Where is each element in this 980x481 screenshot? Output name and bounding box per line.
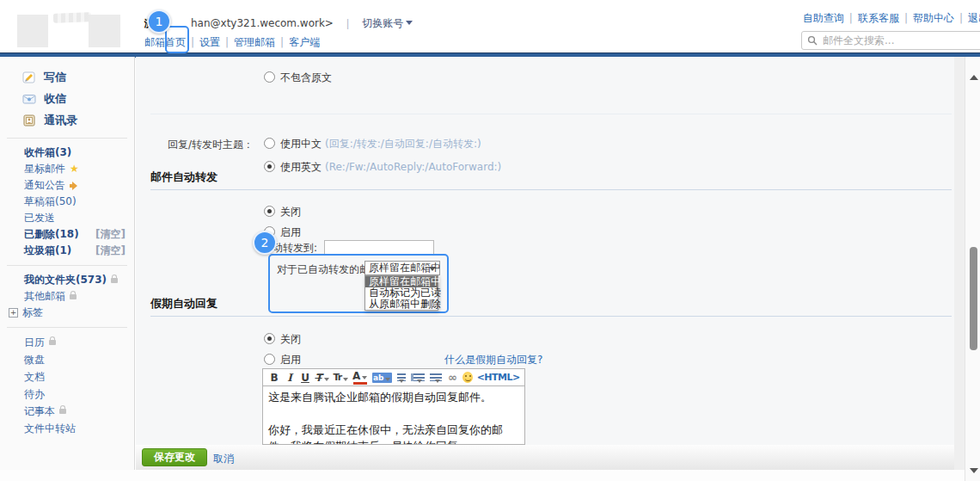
annotation-badge-2: 2 — [253, 231, 277, 255]
section-divider — [150, 114, 952, 114]
sidebar-item-spam[interactable]: 垃圾箱(1) [清空] — [0, 243, 134, 259]
emoji-icon[interactable] — [462, 372, 473, 383]
radio-checked[interactable] — [264, 206, 275, 217]
receive-button[interactable]: 收信 — [0, 89, 134, 110]
chevron-down-icon — [406, 21, 413, 28]
redacted-text — [53, 12, 91, 23]
option-hint: (回复:/转发:/自动回复:/自动转发:) — [325, 138, 481, 150]
font-size-icon[interactable]: Tr — [334, 371, 347, 384]
save-button[interactable]: 保存更改 — [142, 448, 207, 466]
switch-account-link[interactable]: 切换账号 — [362, 17, 403, 29]
sidebar-item-inbox[interactable]: 收件箱(3) — [0, 145, 134, 161]
sidebar-item-drafts[interactable]: 草稿箱(50) — [0, 194, 134, 210]
sidebar-item-calendar[interactable]: 日历 — [0, 334, 134, 351]
exclude-original-option[interactable]: 不包含原文 — [264, 71, 332, 84]
align-icon[interactable] — [397, 373, 406, 381]
search-icon — [807, 35, 818, 46]
radio-unchecked[interactable] — [264, 354, 275, 365]
forward-to-input[interactable] — [324, 240, 434, 255]
scrollbar-track[interactable] — [965, 57, 980, 481]
quick-links: 自助查询|联系客服|帮助中心|退出 — [803, 11, 980, 26]
sidebar-item-starred[interactable]: 星标邮件 ★ — [0, 161, 134, 177]
empty-spam-link[interactable]: [清空] — [95, 244, 126, 257]
cancel-button[interactable]: 取消 — [213, 452, 234, 466]
star-icon: ★ — [70, 163, 79, 176]
nav-settings[interactable]: 设置 — [199, 36, 220, 48]
radio-label: 使用中文 — [280, 138, 322, 150]
folder-label: 草稿箱(50) — [24, 195, 77, 208]
radio-unchecked[interactable] — [264, 71, 275, 83]
auto-forward-section-title: 邮件自动转发 — [150, 170, 952, 190]
contact-support-link[interactable]: 联系客服 — [858, 12, 899, 24]
autoforward-off-option[interactable]: 关闭 — [264, 205, 301, 219]
help-center-link[interactable]: 帮助中心 — [913, 12, 954, 24]
dropdown-option-delete[interactable]: 从原邮箱中删除 — [365, 299, 438, 310]
sidebar-item-sent[interactable]: 已发送 — [0, 210, 134, 226]
bold-icon[interactable]: B — [269, 371, 279, 384]
sidebar-item-tags[interactable]: + 标签 — [0, 305, 134, 321]
highlight-color-icon[interactable]: ab — [372, 373, 392, 383]
indent-icon[interactable] — [430, 373, 442, 381]
html-mode-icon[interactable]: <HTML> — [478, 371, 518, 384]
subject-chinese-option[interactable]: 使用中文(回复:/转发:/自动回复:/自动转发:) — [264, 137, 481, 151]
separator: | — [849, 12, 853, 24]
folder-label: 通知公告 — [24, 179, 65, 192]
editor-toolbar: B I U T Tr A ab ∞ <HTML> — [262, 368, 525, 386]
search-input[interactable] — [821, 34, 971, 47]
underline-icon[interactable]: U — [300, 371, 310, 384]
sidebar-item-other-mailbox[interactable]: 其他邮箱 — [0, 288, 134, 305]
contacts-button[interactable]: 通讯录 — [0, 110, 134, 132]
lock-icon — [111, 278, 118, 283]
vacation-help-link[interactable]: 什么是假期自动回复? — [444, 353, 542, 367]
footer-action-bar — [136, 445, 954, 470]
sidebar-item-my-folders[interactable]: 我的文件夹(573) — [0, 272, 134, 288]
font-color-icon[interactable]: A — [353, 371, 367, 385]
radio-checked[interactable] — [264, 333, 275, 344]
radio-unchecked[interactable] — [264, 138, 275, 149]
sidebar-item-notes[interactable]: 记事本 — [0, 403, 134, 420]
folder-label: 收件箱(3) — [24, 146, 71, 159]
separator: ｜ — [343, 17, 353, 29]
vacation-reply-editor[interactable]: 这是来自腾讯企业邮箱的假期自动回复邮件。 你好，我最近正在休假中，无法亲自回复你… — [262, 386, 525, 445]
list-icon[interactable] — [411, 373, 425, 381]
sidebar-item-weidrive[interactable]: 微盘 — [0, 351, 134, 368]
lock-icon — [49, 340, 56, 345]
scroll-down-arrow[interactable] — [970, 468, 978, 478]
logout-link[interactable]: 退出 — [968, 12, 980, 24]
radio-label: 关闭 — [280, 206, 301, 218]
compose-label: 写信 — [44, 70, 66, 85]
insert-link-icon[interactable]: ∞ — [447, 371, 457, 384]
sidebar: 写信 收信 通讯录 收件箱(3) 星标邮件 ★ — [0, 57, 135, 470]
italic-icon[interactable]: I — [285, 371, 295, 384]
scroll-up-arrow[interactable] — [970, 71, 978, 80]
vacation-body-line1: 这是来自腾讯企业邮箱的假期自动回复邮件。 — [268, 389, 519, 405]
vacation-on-option[interactable]: 启用 — [264, 353, 301, 367]
expand-icon[interactable]: + — [9, 308, 18, 318]
sidebar-item-deleted[interactable]: 已删除(18) [清空] — [0, 226, 134, 243]
compose-button[interactable]: 写信 — [0, 67, 134, 89]
bottom-strip — [0, 470, 965, 481]
vacation-off-option[interactable]: 关闭 — [264, 332, 301, 346]
lock-icon — [59, 409, 66, 414]
receive-envelope-icon — [22, 92, 36, 106]
self-service-link[interactable]: 自助查询 — [803, 12, 844, 24]
app-label: 文件中转站 — [24, 422, 76, 435]
sidebar-divider — [7, 327, 127, 328]
vacation-body-line2: 你好，我最近正在休假中，无法亲自回复你的邮件。我将在假期结束后，尽快给你回复。 — [268, 422, 519, 445]
radio-label: 启用 — [280, 226, 301, 238]
mail-search-box[interactable] — [801, 31, 980, 50]
folder-label: 已删除(18) — [24, 228, 79, 241]
scrollbar-thumb[interactable] — [970, 247, 977, 350]
sidebar-item-file-transfer[interactable]: 文件中转站 — [0, 420, 134, 437]
contacts-icon — [22, 114, 36, 127]
speaker-icon — [70, 182, 79, 190]
sidebar-item-announcements[interactable]: 通知公告 — [0, 177, 134, 194]
sidebar-item-docs[interactable]: 文档 — [0, 368, 134, 385]
strikethrough-icon[interactable]: T — [315, 371, 328, 384]
empty-deleted-link[interactable]: [清空] — [95, 228, 126, 241]
redacted-logo-2 — [89, 15, 120, 47]
sidebar-item-todo[interactable]: 待办 — [0, 385, 134, 403]
app-label: 待办 — [24, 388, 45, 401]
nav-manage-mailbox[interactable]: 管理邮箱 — [234, 36, 275, 48]
nav-client[interactable]: 客户端 — [289, 36, 320, 48]
